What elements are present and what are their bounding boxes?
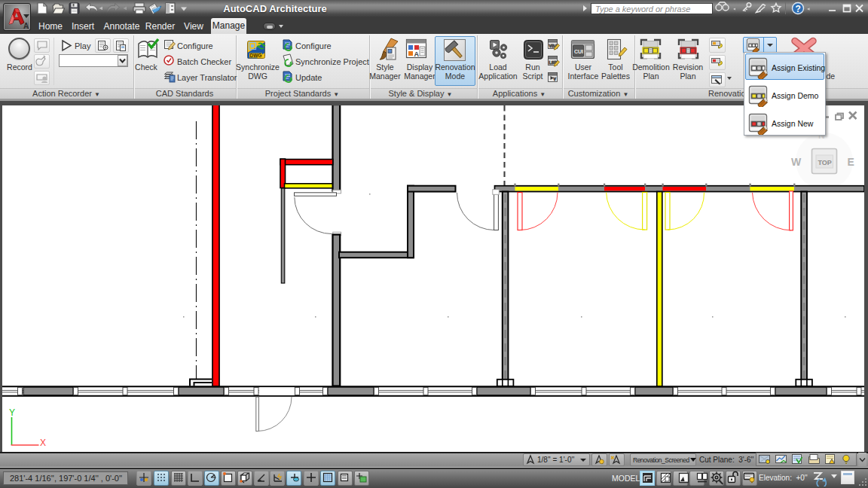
svg-text:Y: Y xyxy=(9,407,15,418)
svg-text:A: A xyxy=(414,50,420,58)
svg-text:CUI: CUI xyxy=(574,49,583,54)
svg-text:?: ? xyxy=(796,4,801,14)
svg-text:X: X xyxy=(40,438,46,448)
svg-text:W: W xyxy=(791,156,802,168)
svg-text:TOP: TOP xyxy=(818,159,832,166)
svg-text:DWG: DWG xyxy=(250,53,262,58)
svg-text:E: E xyxy=(848,156,854,168)
